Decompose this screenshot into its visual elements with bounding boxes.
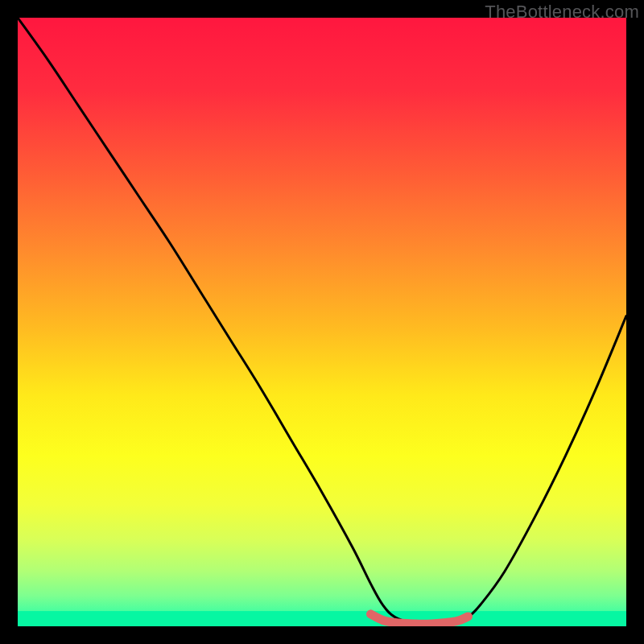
chart-svg [18,18,626,626]
plot-area [18,18,626,626]
chart-frame: TheBottleneck.com [0,0,644,644]
watermark-text: TheBottleneck.com [485,2,639,23]
gradient-background [18,18,626,626]
green-baseline-band [18,611,626,626]
